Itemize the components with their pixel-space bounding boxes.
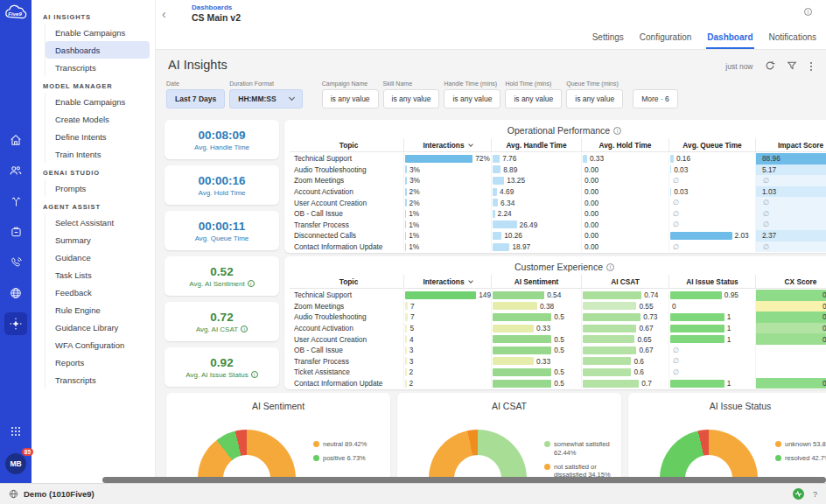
column-header-avg-hold-time[interactable]: Avg. Hold Time (581, 138, 668, 151)
filter-value-campaign-name[interactable]: is any value (322, 89, 379, 108)
table-row[interactable]: Transfer Process30.330.6∅ (290, 356, 826, 368)
info-icon[interactable]: i (804, 8, 812, 16)
column-header-cx-score[interactable]: CX Score (755, 275, 826, 288)
column-header-ai-csat[interactable]: AI CSAT (581, 275, 668, 288)
table-row[interactable]: Zoom Meetings70.380.5500. (290, 301, 826, 312)
tab-dashboard[interactable]: Dashboard (706, 29, 753, 49)
value-cell: 0.5 (491, 367, 581, 378)
tab-configuration[interactable]: Configuration (639, 29, 692, 49)
sidebar-item-dashboards[interactable]: Dashboards (46, 41, 150, 59)
home-icon[interactable] (4, 129, 27, 151)
filter-value-duration-format[interactable]: HH:MM:SS (229, 89, 302, 108)
back-chevron-icon[interactable]: ‹ (162, 7, 166, 21)
info-icon[interactable]: i (251, 371, 258, 378)
sidebar-item-enable-campaigns[interactable]: Enable Campaigns (46, 24, 150, 41)
table-row[interactable]: Disconnected Calls1%10.260.002.032.37 (290, 230, 826, 242)
legend-item[interactable]: neutral 89.42% (313, 440, 367, 449)
column-header-ai-issue-status[interactable]: AI Issue Status (668, 275, 755, 288)
donut-chart[interactable] (660, 430, 758, 477)
sidebar-item-define-intents[interactable]: Define Intents (46, 128, 150, 145)
breadcrumb[interactable]: Dashboards (192, 4, 232, 11)
sidebar-item-select-assistant[interactable]: Select Assistant (46, 214, 150, 231)
sidebar-item-rule-engine[interactable]: Rule Engine (46, 301, 150, 318)
table-row[interactable]: Technical Support72%7.760.330.1688.96 (290, 153, 826, 164)
sidebar-item-task-lists[interactable]: Task Lists (46, 266, 150, 284)
table-row[interactable]: User Account Creation40.50.6510. (290, 333, 826, 345)
kebab-menu-icon[interactable] (808, 60, 815, 73)
legend-item[interactable]: unknown 53.8% (775, 440, 826, 449)
table-row[interactable]: OB - Call Issue1%2.240.00∅∅ (290, 208, 826, 220)
table-row[interactable]: Zoom Meetings3%13.250.00∅∅ (290, 175, 826, 186)
info-icon[interactable]: i (241, 326, 248, 332)
user-avatar[interactable]: MB 85 (5, 453, 26, 474)
legend-item[interactable]: positive 6.73% (313, 454, 367, 463)
ai-sparkle-icon[interactable] (4, 312, 27, 335)
filter-value-date[interactable]: Last 7 Days (166, 89, 225, 108)
apps-grid-icon[interactable] (4, 420, 27, 443)
sidebar-item-summary[interactable]: Summary (46, 231, 150, 248)
filter-value-queue-time-mins[interactable]: is any value (566, 89, 623, 108)
table-row[interactable]: Account Activation50.330.6710. (290, 323, 826, 334)
health-status-icon[interactable] (793, 488, 804, 500)
column-header-ai-sentiment[interactable]: AI Sentiment (491, 275, 581, 288)
feedback-device-icon[interactable] (4, 220, 27, 243)
globe-web-icon[interactable] (4, 282, 27, 304)
donut-chart[interactable] (198, 430, 296, 477)
info-icon[interactable]: i (613, 127, 621, 135)
table-row[interactable]: OB - Call Issue30.50.67∅ (290, 345, 826, 356)
chart-title: AI CSAT (397, 401, 621, 411)
sidebar-item-transcripts[interactable]: Transcripts (46, 371, 150, 388)
more-filters-button[interactable]: More · 6 (633, 89, 678, 108)
filter-funnel-icon[interactable] (787, 60, 797, 73)
table-row[interactable]: Technical Support1490.540.740.950. (290, 290, 826, 301)
column-header-avg-handle-time[interactable]: Avg. Handle Time (491, 138, 581, 151)
sidebar-item-prompts[interactable]: Prompts (46, 179, 150, 197)
filter-value-skill-name[interactable]: is any value (383, 89, 440, 108)
table-row[interactable]: Ticket Assistance20.50.6∅ (290, 367, 826, 378)
column-header-topic[interactable]: Topic (290, 138, 403, 151)
table-row[interactable]: User Account Creation2%6.340.00∅∅ (290, 197, 826, 208)
sidebar-item-enable-campaigns[interactable]: Enable Campaigns (46, 93, 150, 110)
column-header-interactions[interactable]: Interactions (403, 138, 491, 151)
legend-item[interactable]: not satisfied or dissatisfied 34.15% (544, 463, 618, 478)
table-row[interactable]: Contact Information Update1%18.970.00∅∅ (290, 242, 826, 253)
legend-item[interactable]: somewhat satisfied 62.44% (544, 440, 618, 458)
column-header-avg-queue-time[interactable]: Avg. Queue Time (668, 138, 755, 151)
sidebar-item-guidance[interactable]: Guidance (46, 248, 150, 266)
help-icon[interactable]: ? (813, 490, 817, 499)
column-header-impact-score[interactable]: Impact Score (755, 138, 826, 151)
column-header-interactions[interactable]: Interactions (403, 275, 491, 288)
sidebar-item-transcripts[interactable]: Transcripts (46, 59, 150, 76)
phone-waves-icon[interactable] (4, 251, 27, 274)
info-icon[interactable]: i (248, 280, 255, 287)
table-row[interactable]: Audio Troubleshooting70.50.7310. (290, 312, 826, 323)
donut-chart[interactable] (429, 430, 527, 477)
sidebar-item-create-models[interactable]: Create Models (46, 110, 150, 128)
users-icon[interactable] (4, 159, 27, 182)
score-cell: 0. (755, 301, 826, 312)
column-header-topic[interactable]: Topic (290, 275, 403, 288)
tab-notifications[interactable]: Notifications (768, 29, 817, 49)
filter-value-handle-time-mins[interactable]: is any value (444, 89, 500, 108)
table-row[interactable]: Account Activation2%4.690.000.031.03 (290, 186, 826, 198)
call-split-icon[interactable] (4, 190, 27, 213)
value-cell: 72% (403, 153, 491, 164)
sidebar-item-guidance-library[interactable]: Guidance Library (46, 318, 150, 336)
horizontal-scrollbar[interactable] (102, 477, 826, 483)
table-row[interactable]: Audio Troubleshooting3%8.890.000.035.17 (290, 164, 826, 176)
info-icon[interactable]: i (606, 263, 614, 271)
table-row[interactable]: Transfer Process1%26.490.00∅∅ (290, 220, 826, 231)
sidebar-item-reports[interactable]: Reports (46, 354, 150, 371)
five9-logo[interactable]: Five9 (3, 4, 29, 25)
legend-item[interactable]: resolved 42.7% (775, 454, 826, 463)
sidebar-item-wfa-configuration[interactable]: WFA Configuration (46, 336, 150, 354)
filter-value-hold-time-mins[interactable]: is any value (505, 89, 562, 108)
tab-settings[interactable]: Settings (592, 29, 625, 49)
value-cell: 0.00 (581, 186, 668, 198)
value-cell: 0.00 (581, 220, 668, 231)
table-row[interactable]: Contact Information Update20.50.710. (290, 378, 826, 389)
refresh-icon[interactable] (765, 60, 775, 73)
sidebar-item-feedback[interactable]: Feedback (46, 284, 150, 301)
filter-label: Duration Format (229, 80, 302, 87)
sidebar-item-train-intents[interactable]: Train Intents (46, 145, 150, 163)
